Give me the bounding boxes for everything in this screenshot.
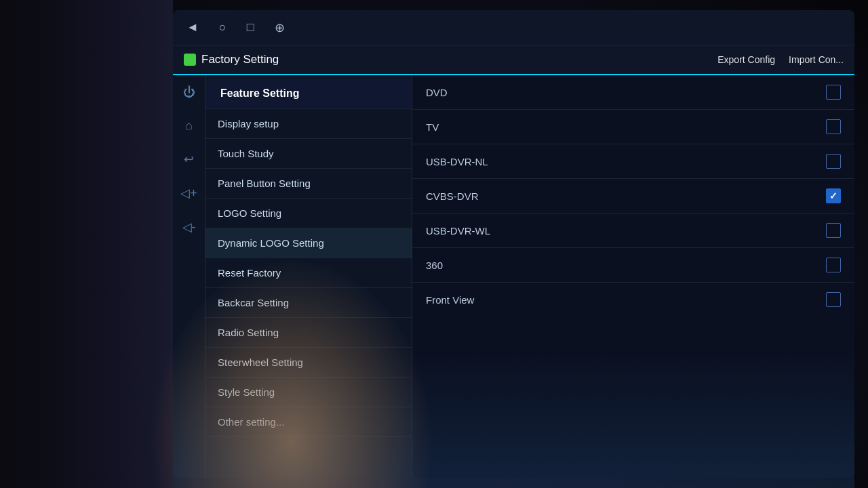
option-row-dvd: DVD — [412, 75, 854, 110]
option-label-front-view: Front View — [426, 294, 474, 306]
menu-item-panel-button-setting[interactable]: Panel Button Setting — [205, 169, 412, 199]
checkbox-360[interactable] — [826, 258, 841, 272]
checkbox-usb-dvr-nl[interactable] — [826, 154, 841, 169]
checkbox-dvd[interactable] — [826, 85, 841, 100]
option-row-tv: TV — [412, 110, 854, 144]
option-row-cvbs-dvr: CVBS-DVR — [412, 179, 854, 214]
hand-overlay — [149, 258, 434, 488]
back-sidebar-icon[interactable]: ↩ — [180, 148, 197, 170]
option-row-usb-dvr-nl: USB-DVR-NL — [412, 144, 854, 179]
option-label-dvd: DVD — [426, 87, 448, 98]
volume-up-icon[interactable]: ◁+ — [177, 182, 201, 204]
page-title: Factory Setting — [201, 53, 279, 66]
nav-icons: ◄ ○ □ ⊕ — [186, 20, 285, 35]
menu-item-display-setup[interactable]: Display setup — [205, 109, 412, 139]
menu-item-touch-study[interactable]: Touch Study — [205, 139, 412, 169]
import-config-button[interactable]: Import Con... — [789, 54, 844, 65]
lock-nav-icon[interactable]: ⊕ — [275, 20, 285, 35]
title-actions: Export Config Import Con... — [717, 54, 844, 65]
nav-bar: ◄ ○ □ ⊕ — [173, 10, 854, 45]
right-panel: DVD TV USB-DVR-NL CVBS-DVR USB-DVR-WL 36… — [412, 75, 854, 478]
square-nav-icon[interactable]: □ — [247, 20, 254, 35]
title-bar: Factory Setting Export Config Import Con… — [173, 45, 854, 75]
home-sidebar-icon[interactable]: ⌂ — [182, 115, 196, 136]
title-left: Factory Setting — [184, 53, 279, 66]
checkbox-front-view[interactable] — [826, 292, 841, 307]
export-config-button[interactable]: Export Config — [717, 54, 775, 65]
menu-item-dynamic-logo-setting[interactable]: Dynamic LOGO Setting — [205, 228, 412, 258]
left-camera-area — [0, 0, 173, 488]
menu-item-feature-setting[interactable]: Feature Setting — [205, 79, 412, 109]
back-nav-icon[interactable]: ◄ — [186, 20, 199, 35]
power-icon[interactable]: ⏻ — [180, 82, 199, 103]
home-nav-icon[interactable]: ○ — [219, 20, 226, 35]
volume-down-icon[interactable]: ◁- — [179, 216, 199, 238]
option-label-cvbs-dvr: CVBS-DVR — [426, 190, 479, 202]
checkbox-usb-dvr-wl[interactable] — [826, 223, 841, 238]
option-row-front-view: Front View — [412, 283, 854, 317]
option-row-360: 360 — [412, 248, 854, 283]
option-label-tv: TV — [426, 121, 439, 133]
factory-setting-icon — [184, 54, 196, 66]
checkbox-cvbs-dvr[interactable] — [826, 188, 841, 203]
checkbox-tv[interactable] — [826, 119, 841, 134]
menu-item-logo-setting[interactable]: LOGO Setting — [205, 199, 412, 228]
option-row-usb-dvr-wl: USB-DVR-WL — [412, 214, 854, 248]
option-label-360: 360 — [426, 260, 443, 271]
option-label-usb-dvr-wl: USB-DVR-WL — [426, 225, 490, 237]
option-label-usb-dvr-nl: USB-DVR-NL — [426, 156, 488, 167]
